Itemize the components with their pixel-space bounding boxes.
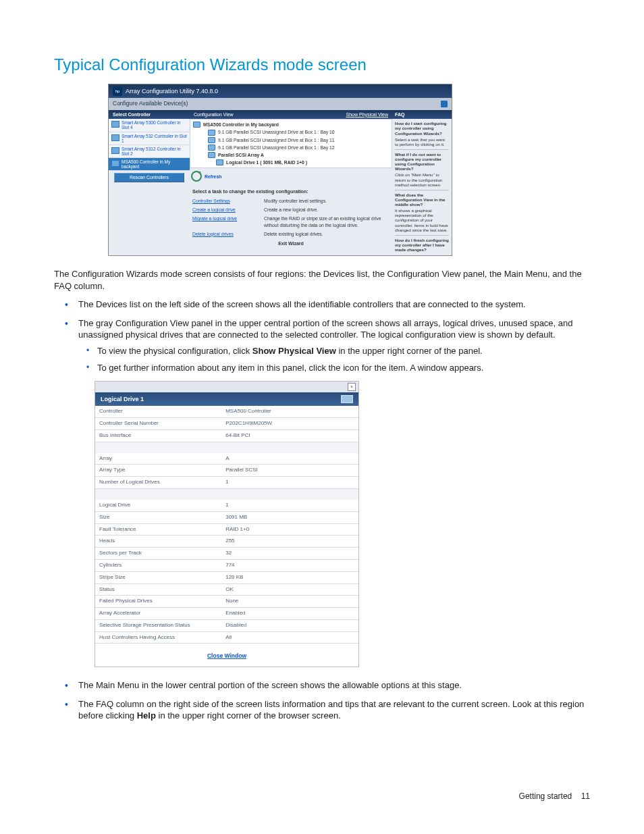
faq-a: Click on "Main Menu" to return to the co… <box>395 172 449 186</box>
prop-label: Array Accelerator <box>95 608 221 620</box>
prop-value: A <box>221 453 358 465</box>
cv-node[interactable]: 9.1 GB Parallel SCSI Unassigned Drive at… <box>218 129 335 135</box>
prop-label: Failed Physical Drives <box>95 596 221 608</box>
controller-icon <box>111 147 119 154</box>
bullet: The FAQ column on the right side of the … <box>78 698 590 722</box>
prop-label: Cylinders <box>95 559 221 571</box>
device-label: Smart Array 532 Controller in Slot 1 <box>122 134 187 143</box>
faq-q: How do I finish configuring my controlle… <box>395 238 449 252</box>
device-item[interactable]: Smart Array 5300 Controller in Slot 4 <box>109 119 190 132</box>
prop-value: 1 <box>221 477 358 489</box>
prop-value: 1 <box>221 500 358 511</box>
faq-q: What if I do not want to configure my co… <box>395 152 449 172</box>
prop-label: Controller <box>95 406 221 417</box>
sub-bullet: To view the physical configuration, clic… <box>97 345 590 357</box>
devices-header: Select Controller <box>109 110 190 119</box>
task-desc: Create a new logical drive. <box>264 207 318 213</box>
exit-wizard-link[interactable]: Exit Wizard <box>190 238 392 249</box>
task-link[interactable]: Delete logical drives <box>192 231 264 237</box>
dialog-title: Logical Drive 1 <box>101 395 144 403</box>
prop-value: OK <box>221 583 358 596</box>
refresh-link[interactable]: Refresh <box>205 174 221 180</box>
faq-q: What does the Configuration View in the … <box>395 192 449 207</box>
page-footer: Getting started 11 <box>519 791 590 802</box>
bullet: The Devices list on the left side of the… <box>78 298 590 311</box>
config-view-header: Configuration View Show Physical View <box>190 110 392 119</box>
body-text: The Configuration Wizards mode screen co… <box>54 268 590 292</box>
dialog-top: × <box>95 382 358 392</box>
prop-value: 32 <box>221 548 358 560</box>
toolbar-label: Configure Available Device(s) <box>113 100 188 107</box>
prop-label: Fault Tolerance <box>95 523 221 536</box>
faq-panel: FAQ How do I start configuring my contro… <box>392 110 452 255</box>
device-label: Smart Array 5300 Controller in Slot 4 <box>122 120 187 130</box>
cv-node[interactable]: MSA500 Controller in My backyard <box>203 122 279 128</box>
prop-value: RAID 1+0 <box>221 523 358 536</box>
drive-icon <box>208 137 215 143</box>
prop-value: Enabled <box>221 608 358 620</box>
task-link[interactable]: Controller Settings <box>192 198 264 204</box>
close-icon[interactable]: × <box>348 383 356 391</box>
cv-node[interactable]: 9.1 GB Parallel SCSI Unassigned Drive at… <box>218 145 335 151</box>
prop-label: Logical Drive <box>95 500 221 511</box>
rescan-button[interactable]: Rescan Controllers <box>114 173 184 182</box>
prop-value: All <box>221 631 358 644</box>
device-item[interactable]: Smart Array 532 Controller in Slot 1 <box>109 132 190 145</box>
controller-icon <box>111 134 119 141</box>
faq-header: FAQ <box>392 110 452 119</box>
prop-label: Number of Logical Drives <box>95 477 221 489</box>
faq-q: How do I start configuring my controller… <box>395 121 449 135</box>
footer-section: Getting started <box>519 791 572 801</box>
array-icon <box>208 152 215 158</box>
faq-a: It shows a graphical representation of t… <box>395 208 449 232</box>
close-window-link[interactable]: Close Window <box>207 652 246 659</box>
controller-icon <box>111 160 119 167</box>
window-title: Array Configuration Utility 7.40.8.0 <box>126 87 218 95</box>
prop-label: Controller Serial Number <box>95 417 221 429</box>
page-number: 11 <box>581 791 590 801</box>
bullet: The Main Menu in the lower central porti… <box>78 679 590 692</box>
prop-value: 774 <box>221 559 358 571</box>
prop-label: Array <box>95 453 221 465</box>
bullet: The gray Configuration View panel in the… <box>78 317 590 374</box>
toolbar: Configure Available Device(s) <box>109 98 452 109</box>
prop-label: Size <box>95 511 221 523</box>
prop-value: 255 <box>221 536 358 548</box>
task-desc: Change the RAID or stripe size of an exi… <box>264 215 390 228</box>
logical-drive-icon <box>216 159 223 165</box>
devices-panel: Select Controller Smart Array 5300 Contr… <box>109 110 190 255</box>
properties-table: ControllerMSA500 ControllerController Se… <box>95 406 358 644</box>
section-heading: Typical Configuration Wizards mode scree… <box>54 54 590 76</box>
task-desc: Delete existing logical drives. <box>264 231 323 237</box>
controller-icon <box>193 122 200 128</box>
drive-icon <box>208 145 215 151</box>
task-intro: Select a task to change the existing con… <box>190 184 392 197</box>
hp-logo-icon: hp <box>113 86 122 96</box>
task-link[interactable]: Create a logical drive <box>192 207 264 213</box>
task-link[interactable]: Migrate a logical drive <box>192 215 264 228</box>
sub-bullet: To get further information about any ite… <box>97 362 590 374</box>
prop-label: Stripe Size <box>95 571 221 583</box>
drive-icon <box>208 130 215 136</box>
prop-value: P202C1H9IM205W <box>221 417 358 429</box>
prop-value: MSA500 Controller <box>221 406 358 417</box>
window-titlebar: hp Array Configuration Utility 7.40.8.0 <box>109 84 452 98</box>
prop-label: Selective Storage Presentation Status <box>95 619 221 631</box>
cv-node[interactable]: 9.1 GB Parallel SCSI Unassigned Drive at… <box>218 137 335 143</box>
prop-label: Host Controllers Having Access <box>95 631 221 644</box>
controller-icon <box>111 121 119 128</box>
faq-a: Select a task that you want to perform b… <box>395 137 449 147</box>
cv-node[interactable]: Parallel SCSI Array A <box>218 152 264 158</box>
device-item-selected[interactable]: MSA500 Controller in My backyard <box>109 158 190 171</box>
cv-node[interactable]: Logical Drive 1 ( 3091 MB, RAID 1+0 ) <box>226 159 307 165</box>
prop-label: Heads <box>95 536 221 548</box>
dialog-titlebar: Logical Drive 1 <box>95 392 358 406</box>
device-label: Smart Array 5312 Controller in Slot 2 <box>122 147 187 156</box>
prop-label: Status <box>95 583 221 596</box>
help-button[interactable] <box>441 101 448 107</box>
show-physical-view-link[interactable]: Show Physical View <box>346 111 388 118</box>
device-item[interactable]: Smart Array 5312 Controller in Slot 2 <box>109 145 190 158</box>
figure-acu-wizards: hp Array Configuration Utility 7.40.8.0 … <box>108 84 590 256</box>
prop-label: Sectors per Track <box>95 548 221 560</box>
device-label: MSA500 Controller in My backyard <box>122 159 187 169</box>
